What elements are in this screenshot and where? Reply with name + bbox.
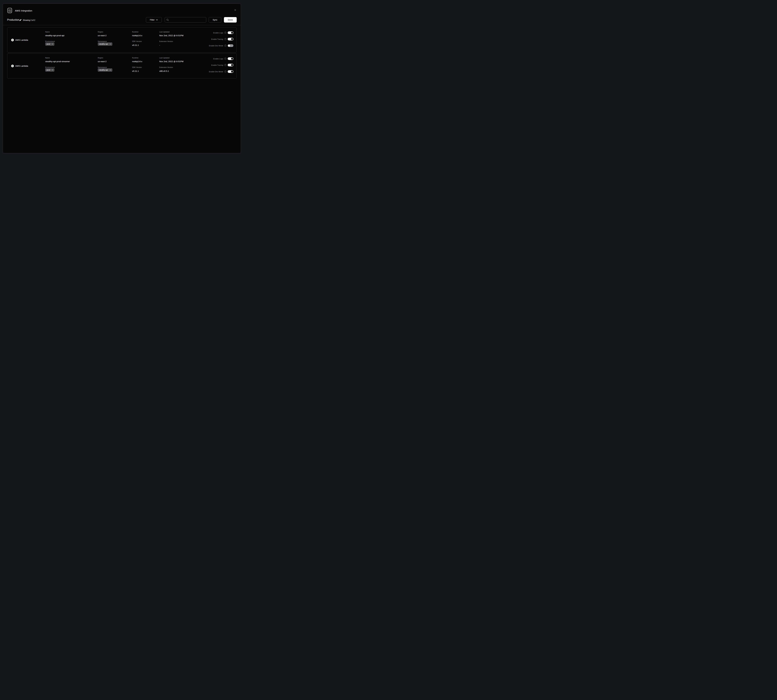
help-icon[interactable]: ? (224, 70, 227, 73)
aws-logo-glyph: aws (8, 8, 12, 13)
environment-name: Production (7, 18, 19, 21)
search-field (165, 17, 206, 23)
field-label-name: Name (45, 57, 50, 59)
service-name: AWS Lambda (15, 65, 28, 67)
field-label-namespace: Namespace (98, 67, 107, 68)
enable-dev-mode-toggle[interactable] (228, 70, 233, 73)
svg-text:aws: aws (8, 9, 11, 11)
field-value-extension-version: - (159, 44, 160, 46)
search-input[interactable] (170, 18, 205, 21)
enable-logs-toggle[interactable] (228, 32, 233, 34)
enable-dev-mode-row: Enable Dev Mode ? (209, 70, 233, 73)
field-value-runtime: nodejs14.x (132, 34, 142, 37)
environment-tag: prod ✕ (45, 68, 54, 72)
field-label-last-updated: Last Updated (159, 31, 169, 33)
enable-logs-row: Enable Logs ? (213, 32, 233, 34)
field-label-region: Region (98, 31, 103, 33)
enable-dev-mode-toggle[interactable] (228, 44, 233, 47)
field-value-name: stealthy-api-prod-streamer (45, 60, 70, 63)
sync-button-label: Sync (213, 18, 217, 21)
field-label-environment: Environment (45, 67, 55, 68)
namespace-tag-label: stealthy-api (99, 43, 108, 45)
enable-logs-toggle[interactable] (228, 57, 233, 60)
environment-tag-label: prod (47, 69, 50, 71)
field-value-sdk-version: v0.11.1 (132, 70, 139, 72)
field-value-region: us-east-2 (98, 60, 107, 63)
lambda-icon: λ (11, 65, 14, 67)
enable-tracing-label: Enable Tracing (211, 64, 223, 66)
service-identity: λ AWS Lambda (11, 53, 28, 78)
enable-tracing-toggle[interactable] (228, 38, 233, 40)
done-button-label: Done (228, 18, 233, 21)
help-icon[interactable]: ? (224, 45, 227, 47)
field-label-runtime: Runtime (132, 31, 138, 33)
enable-tracing-toggle[interactable] (228, 64, 233, 67)
edit-pencil-icon[interactable] (19, 19, 22, 22)
lambda-card: λ AWS Lambda Name stealthy-api-prod-api … (7, 27, 237, 53)
help-icon[interactable]: ? (224, 38, 227, 40)
help-icon[interactable]: ? (224, 64, 227, 66)
enable-logs-label: Enable Logs (213, 32, 223, 34)
service-identity: λ AWS Lambda (11, 28, 28, 52)
field-label-runtime: Runtime (132, 57, 138, 59)
enable-dev-mode-label: Enable Dev Mode (209, 71, 223, 73)
field-label-name: Name (45, 31, 50, 33)
enable-logs-label: Enable Logs (213, 58, 223, 60)
enable-logs-row: Enable Logs ? (213, 57, 233, 60)
field-value-sdk-version: v0.11.1 (132, 44, 139, 46)
field-value-last-updated: Nov 2nd, 2022 @ 8:01PM (159, 60, 183, 63)
field-label-sdk-version: SDK Version (132, 40, 142, 42)
remove-tag-icon[interactable]: ✕ (52, 43, 53, 45)
environment-tag-label: prod (47, 43, 50, 45)
field-value-last-updated: Nov 2nd, 2022 @ 8:01PM (159, 34, 183, 37)
filter-button-label: Filter (150, 18, 155, 21)
environment-tag: prod ✕ (45, 42, 54, 46)
namespace-tag: stealthy-api ✕ (98, 42, 112, 46)
field-label-last-updated: Last Updated (159, 57, 169, 59)
enable-tracing-label: Enable Tracing (211, 38, 223, 40)
search-icon (167, 18, 169, 21)
service-name: AWS Lambda (15, 39, 28, 41)
field-label-namespace: Namespace (98, 40, 107, 42)
field-label-extension-version: Extension Version (159, 40, 173, 42)
lambda-card: λ AWS Lambda Name stealthy-api-prod-stre… (7, 53, 237, 78)
done-button[interactable]: Done (224, 17, 237, 23)
field-value-name: stealthy-api-prod-api (45, 34, 64, 37)
field-value-extension-version: x86.v0.5.1 (159, 70, 169, 72)
remove-tag-icon[interactable]: ✕ (110, 69, 111, 71)
namespace-tag-label: stealthy-api (99, 69, 108, 71)
field-label-extension-version: Extension Version (159, 67, 173, 68)
remove-tag-icon[interactable]: ✕ (110, 43, 111, 45)
aws-logo: aws (7, 8, 12, 13)
namespace-tag: stealthy-api ✕ (98, 68, 112, 72)
field-label-region: Region (98, 57, 103, 59)
showing-count: Showing 2 of 2 (23, 19, 35, 21)
field-label-sdk-version: SDK Version (132, 67, 142, 68)
aws-integration-modal: aws AWS Integration ✕ Production Showing… (3, 3, 241, 153)
sync-button[interactable]: Sync (209, 17, 221, 23)
enable-dev-mode-row: Enable Dev Mode ? (209, 44, 233, 47)
enable-tracing-row: Enable Tracing ? (211, 38, 233, 40)
help-icon[interactable]: ? (224, 58, 227, 60)
field-label-environment: Environment (45, 40, 55, 42)
chevron-down-icon (156, 19, 158, 20)
field-value-region: us-east-2 (98, 34, 107, 37)
close-icon[interactable]: ✕ (234, 9, 236, 12)
help-icon[interactable]: ? (224, 32, 227, 34)
filter-button[interactable]: Filter (146, 17, 162, 23)
field-value-runtime: nodejs14.x (132, 60, 142, 63)
lambda-icon: λ (11, 39, 14, 41)
page-background: aws AWS Integration ✕ Production Showing… (0, 0, 243, 155)
modal-title: AWS Integration (15, 9, 32, 12)
enable-dev-mode-label: Enable Dev Mode (209, 45, 223, 47)
remove-tag-icon[interactable]: ✕ (52, 69, 53, 71)
enable-tracing-row: Enable Tracing ? (211, 64, 233, 67)
